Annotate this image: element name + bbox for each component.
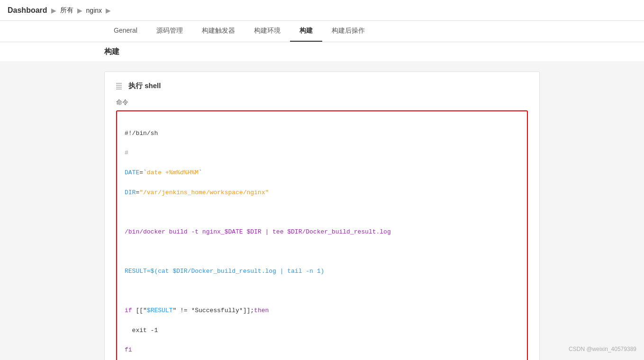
code-line-9 — [125, 287, 519, 297]
sep3: ▶ — [106, 7, 111, 14]
main-content: 执行 shell 命令 #!/bin/sh # DATE=`date +%m%d… — [0, 62, 644, 360]
tab-post[interactable]: 构建后操作 — [322, 21, 374, 42]
all-link[interactable]: 所有 — [60, 6, 73, 15]
code-line-11: exit -1 — [125, 326, 519, 336]
drag-handle[interactable] — [116, 83, 122, 90]
code-line-4: DIR="/var/jenkins_home/workspace/nginx" — [125, 188, 519, 198]
section-title-text: 执行 shell — [128, 81, 161, 90]
section-title: 执行 shell — [116, 81, 528, 90]
code-line-5 — [125, 207, 519, 217]
shell-section: 执行 shell 命令 #!/bin/sh # DATE=`date +%m%d… — [104, 72, 540, 360]
dashboard-link[interactable]: Dashboard — [8, 6, 47, 15]
code-line-12: fi — [125, 345, 519, 355]
tab-build[interactable]: 构建 — [290, 21, 322, 42]
code-line-10: if [["$RESULT" != *Successfully*]];then — [125, 306, 519, 316]
code-line-1: #!/bin/sh — [125, 129, 519, 139]
sep1: ▶ — [51, 7, 56, 14]
top-bar: Dashboard ▶ 所有 ▶ nginx ▶ — [0, 0, 644, 21]
code-line-6: /bin/docker build -t nginx_$DATE $DIR | … — [125, 227, 519, 237]
page-subtitle: 构建 — [0, 42, 644, 62]
code-line-8: RESULT=$(cat $DIR/Docker_build_result.lo… — [125, 267, 519, 277]
code-line-3: DATE=`date +%m%d%H%M` — [125, 168, 519, 178]
tab-source[interactable]: 源码管理 — [147, 21, 192, 42]
tab-bar: General 源码管理 构建触发器 构建环境 构建 构建后操作 — [0, 21, 644, 42]
field-label: 命令 — [116, 98, 528, 107]
tab-env[interactable]: 构建环境 — [245, 21, 290, 42]
nginx-link[interactable]: nginx — [86, 7, 102, 14]
code-line-7 — [125, 247, 519, 257]
watermark: CSDN @weixin_40579389 — [569, 346, 636, 352]
code-editor[interactable]: #!/bin/sh # DATE=`date +%m%d%H%M` DIR="/… — [116, 110, 528, 360]
sep2: ▶ — [77, 7, 82, 14]
code-line-2: # — [125, 148, 519, 158]
tab-trigger[interactable]: 构建触发器 — [192, 21, 245, 42]
tab-general[interactable]: General — [104, 21, 147, 42]
